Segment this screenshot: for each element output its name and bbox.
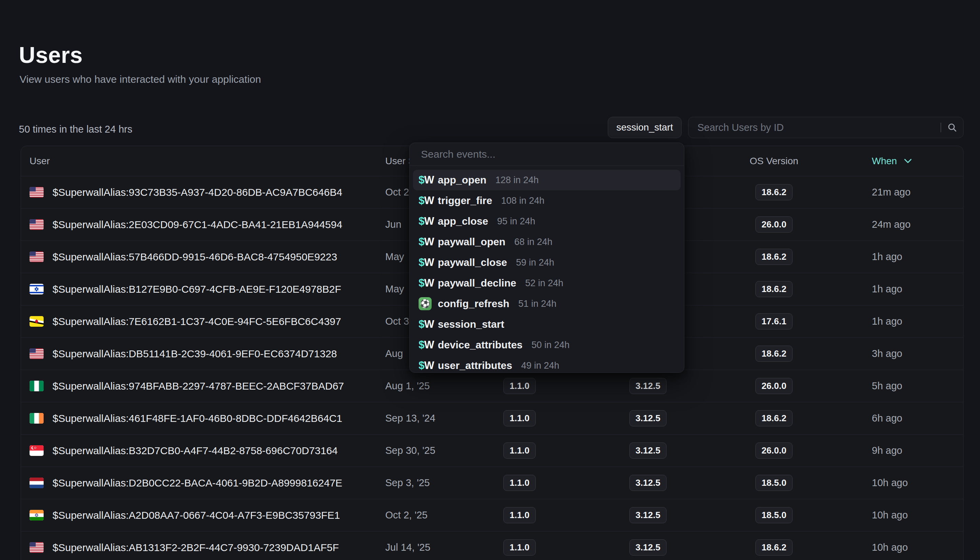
event-name: paywall_decline [438,277,516,289]
os-version-badge: 17.6.1 [756,313,792,330]
event-count: 49 in 24h [521,360,559,371]
user-id: $SuperwallAlias:A2D08AA7-0667-4C04-A7F3-… [53,510,340,521]
user-id: $SuperwallAlias:B127E9B0-C697-4CFB-AE9E-… [53,283,341,295]
event-option-config_refresh[interactable]: ⚽config_refresh51 in 24h [413,293,681,314]
users-page: Users View users who have interacted wit… [0,0,980,560]
user-cell: $SuperwallAlias:AB1313F2-2B2F-44C7-9930-… [21,542,385,553]
event-count: 108 in 24h [501,195,544,206]
event-option-app_close[interactable]: $Wapp_close95 in 24h [413,211,681,232]
when-value: 10h ago [816,510,963,521]
when-value: 5h ago [816,380,963,392]
country-flag-ng-icon [30,381,43,391]
event-option-trigger_fire[interactable]: $Wtrigger_fire108 in 24h [413,190,681,211]
user-id: $SuperwallAlias:57B466DD-9915-46D6-BAC8-… [53,251,337,263]
superwall-logo-icon: $W [419,318,435,330]
header-when-sort[interactable]: When [816,156,963,167]
country-flag-us-icon [30,219,43,230]
os-version-badge: 26.0.0 [756,378,792,394]
when-value: 1h ago [816,251,963,262]
table-row[interactable]: $SuperwallAlias:461F48FE-1AF0-46B0-8DBC-… [21,402,963,434]
when-value: 24m ago [816,219,963,230]
user-cell: $SuperwallAlias:461F48FE-1AF0-46B0-8DBC-… [21,413,385,424]
event-count: 51 in 24h [518,298,556,309]
event-list: $Wapp_open128 in 24h$Wtrigger_fire108 in… [410,166,684,373]
user-cell: $SuperwallAlias:B127E9B0-C697-4CFB-AE9E-… [21,283,385,295]
superwall-logo-icon: $W [419,215,435,227]
event-count: 50 in 24h [532,340,570,350]
app-version-badge: 1.1.0 [503,443,536,458]
user-id: $SuperwallAlias:DB51141B-2C39-4061-9EF0-… [53,348,337,360]
event-option-session_start[interactable]: $Wsession_start [413,314,681,335]
os-version-badge: 18.6.2 [756,410,792,427]
event-name: config_refresh [438,298,509,310]
event-count: 59 in 24h [516,257,554,268]
event-filter-button[interactable]: session_start [608,117,682,138]
when-value: 21m ago [816,187,963,198]
superwall-logo-icon: $W [419,195,435,207]
user-id: $SuperwallAlias:974BFABB-2297-4787-BEEC-… [53,380,344,392]
event-option-paywall_close[interactable]: $Wpaywall_close59 in 24h [413,252,681,273]
country-flag-us-icon [30,187,43,198]
event-name: trigger_fire [438,195,492,207]
os-version-badge: 26.0.0 [756,443,792,458]
os-version-badge: 18.6.2 [756,346,792,362]
os-version-badge: 18.6.2 [756,281,792,297]
event-name: app_open [438,174,487,186]
user-cell: $SuperwallAlias:974BFABB-2297-4787-BEEC-… [21,380,385,392]
event-option-user_attributes[interactable]: $Wuser_attributes49 in 24h [413,355,681,373]
app-version-badge: 1.1.0 [503,410,536,427]
event-option-paywall_decline[interactable]: $Wpaywall_decline52 in 24h [413,273,681,293]
user-cell: $SuperwallAlias:D2B0CC22-BACA-4061-9B2D-… [21,477,385,489]
event-search-input[interactable] [410,143,684,165]
app-version-badge: 1.1.0 [503,475,536,491]
table-row[interactable]: $SuperwallAlias:AB1313F2-2B2F-44C7-9930-… [21,531,963,560]
table-row[interactable]: $SuperwallAlias:D2B0CC22-BACA-4061-9B2D-… [21,467,963,499]
event-search-dropdown: $Wapp_open128 in 24h$Wtrigger_fire108 in… [409,143,684,373]
superwall-logo-icon: $W [419,174,435,186]
event-search-row [410,143,684,166]
user-id: $SuperwallAlias:461F48FE-1AF0-46B0-8DBC-… [53,413,342,424]
event-name: app_close [438,215,488,227]
event-count: 128 in 24h [495,175,539,185]
country-flag-il-icon [30,284,43,295]
user-cell: $SuperwallAlias:2E03CD09-67C1-4ADC-BA41-… [21,219,385,230]
user-cell: $SuperwallAlias:57B466DD-9915-46D6-BAC8-… [21,251,385,263]
header-os-version: OS Version [732,156,816,167]
country-flag-nl-icon [30,478,43,488]
event-count-summary: 50 times in the last 24 hrs [19,124,132,135]
country-flag-us-icon [30,542,43,553]
user-since-value: Sep 30, '25 [385,445,475,456]
user-search-input[interactable] [688,117,940,138]
app-version-badge: 1.1.0 [503,378,536,394]
table-row[interactable]: $SuperwallAlias:A2D08AA7-0667-4C04-A7F3-… [21,499,963,531]
user-id: $SuperwallAlias:AB1313F2-2B2F-44C7-9930-… [53,542,339,553]
sdk-version-badge: 3.12.5 [630,475,666,491]
user-cell: $SuperwallAlias:93C73B35-A937-4D20-86DB-… [21,187,385,198]
page-title: Users [19,42,83,68]
sdk-version-badge: 3.12.5 [630,507,666,523]
search-icon[interactable] [941,122,963,133]
superwall-logo-icon: $W [419,359,435,372]
user-id: $SuperwallAlias:7E6162B1-1C37-4C0E-94FC-… [53,316,341,327]
event-name: session_start [438,318,504,330]
sdk-version-badge: 3.12.5 [630,410,666,427]
user-search-box [688,117,963,138]
event-option-app_open[interactable]: $Wapp_open128 in 24h [413,170,681,190]
country-flag-ie-icon [30,413,43,423]
chevron-down-icon [904,158,912,163]
event-option-paywall_open[interactable]: $Wpaywall_open68 in 24h [413,232,681,252]
os-version-badge: 18.5.0 [756,507,792,523]
event-name: device_attributes [438,339,523,351]
event-count: 68 in 24h [514,237,553,247]
user-cell: $SuperwallAlias:A2D08AA7-0667-4C04-A7F3-… [21,510,385,521]
table-row[interactable]: $SuperwallAlias:974BFABB-2297-4787-BEEC-… [21,370,963,402]
table-row[interactable]: $SuperwallAlias:B32D7CB0-A4F7-44B2-8758-… [21,434,963,467]
os-version-badge: 18.6.2 [756,184,792,200]
when-value: 1h ago [816,316,963,327]
event-option-device_attributes[interactable]: $Wdevice_attributes50 in 24h [413,335,681,355]
event-name: user_attributes [438,360,512,372]
when-value: 6h ago [816,413,963,424]
sdk-version-badge: 3.12.5 [630,378,666,394]
user-cell: $SuperwallAlias:B32D7CB0-A4F7-44B2-8758-… [21,445,385,457]
user-id: $SuperwallAlias:93C73B35-A937-4D20-86DB-… [53,187,342,198]
